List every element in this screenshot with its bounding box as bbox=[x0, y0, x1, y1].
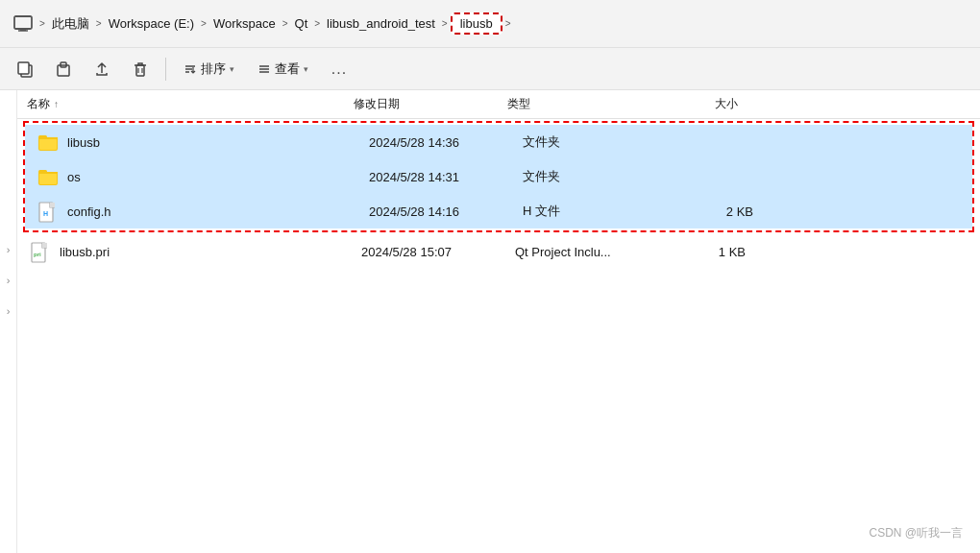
file-row[interactable]: pri libusb.pri 2024/5/28 15:07 Qt Projec… bbox=[17, 234, 980, 269]
left-expand-2[interactable]: › bbox=[7, 275, 11, 286]
share-button[interactable] bbox=[86, 54, 117, 84]
svg-rect-7 bbox=[136, 65, 144, 76]
svg-text:H: H bbox=[43, 210, 48, 217]
sep-6: > bbox=[441, 18, 449, 29]
col-name-header[interactable]: 名称 ↑ bbox=[27, 96, 354, 112]
sep-4: > bbox=[282, 18, 289, 29]
svg-rect-23 bbox=[38, 172, 58, 174]
h-file-icon: H bbox=[38, 202, 60, 221]
left-panel: › › › bbox=[0, 90, 17, 553]
left-expand-3[interactable]: › bbox=[7, 305, 11, 317]
view-icon bbox=[257, 62, 271, 76]
svg-rect-22 bbox=[39, 173, 57, 184]
monitor-icon bbox=[13, 15, 33, 33]
breadcrumb-libusb-android-test[interactable]: libusb_android_test bbox=[323, 14, 439, 33]
col-type-header[interactable]: 类型 bbox=[507, 96, 661, 112]
left-expand-1[interactable]: › bbox=[7, 244, 11, 255]
svg-text:pri: pri bbox=[34, 252, 41, 257]
share-icon bbox=[93, 60, 110, 78]
column-header: 名称 ↑ 修改日期 类型 大小 bbox=[17, 90, 980, 119]
svg-marker-25 bbox=[50, 203, 55, 207]
breadcrumb-monitor[interactable] bbox=[10, 13, 37, 35]
paste-button[interactable] bbox=[48, 54, 79, 84]
sort-chevron-icon: ▾ bbox=[230, 64, 234, 74]
svg-marker-28 bbox=[42, 243, 47, 248]
svg-rect-0 bbox=[14, 16, 32, 29]
watermark: CSDN @听我一言 bbox=[869, 525, 963, 541]
pri-file-icon: pri bbox=[31, 242, 52, 261]
file-list: 名称 ↑ 修改日期 类型 大小 bbox=[17, 90, 980, 553]
svg-rect-4 bbox=[18, 62, 29, 74]
col-date-header[interactable]: 修改日期 bbox=[354, 96, 507, 112]
breadcrumb-qt[interactable]: Qt bbox=[291, 14, 312, 33]
sep-7: > bbox=[504, 18, 512, 29]
svg-rect-18 bbox=[39, 138, 57, 150]
file-row[interactable]: H config.h 2024/5/28 14:16 H 文件 2 KB bbox=[25, 194, 972, 228]
toolbar: 排序 ▾ 查看 ▾ ... bbox=[0, 48, 980, 90]
folder-icon bbox=[38, 132, 60, 152]
file-row[interactable]: libusb 2024/5/28 14:36 文件夹 bbox=[25, 125, 972, 159]
view-chevron-icon: ▾ bbox=[304, 64, 308, 74]
paste-icon bbox=[55, 60, 72, 78]
file-area: › › › 名称 ↑ 修改日期 类型 大小 bbox=[0, 90, 980, 553]
col-size-header[interactable]: 大小 bbox=[661, 96, 738, 112]
sep-5: > bbox=[313, 18, 321, 29]
svg-rect-19 bbox=[38, 137, 58, 139]
toolbar-sep-1 bbox=[165, 58, 166, 81]
more-button[interactable]: ... bbox=[324, 54, 355, 84]
sep-3: > bbox=[200, 18, 208, 29]
folder-icon bbox=[38, 167, 60, 186]
selection-box: libusb 2024/5/28 14:36 文件夹 os 2024/5/28 … bbox=[23, 121, 974, 232]
breadcrumb-workspace-e[interactable]: Workspace (E:) bbox=[105, 14, 198, 33]
sort-icon bbox=[184, 62, 197, 76]
sep-1: > bbox=[38, 18, 46, 29]
sort-button[interactable]: 排序 ▾ bbox=[176, 54, 242, 84]
breadcrumb-bar: > 此电脑 > Workspace (E:) > Workspace > Qt … bbox=[0, 0, 980, 48]
copy-icon bbox=[16, 60, 34, 78]
breadcrumb-this-pc[interactable]: 此电脑 bbox=[48, 13, 93, 35]
file-row[interactable]: os 2024/5/28 14:31 文件夹 bbox=[25, 159, 972, 194]
delete-button[interactable] bbox=[125, 54, 156, 84]
sep-2: > bbox=[95, 18, 103, 29]
view-button[interactable]: 查看 ▾ bbox=[250, 54, 316, 84]
delete-icon bbox=[132, 60, 149, 78]
breadcrumb-workspace[interactable]: Workspace bbox=[209, 14, 280, 33]
sort-arrow-icon: ↑ bbox=[54, 99, 59, 109]
copy-button[interactable] bbox=[10, 54, 40, 84]
breadcrumb-libusb-active[interactable]: libusb bbox=[451, 12, 502, 35]
